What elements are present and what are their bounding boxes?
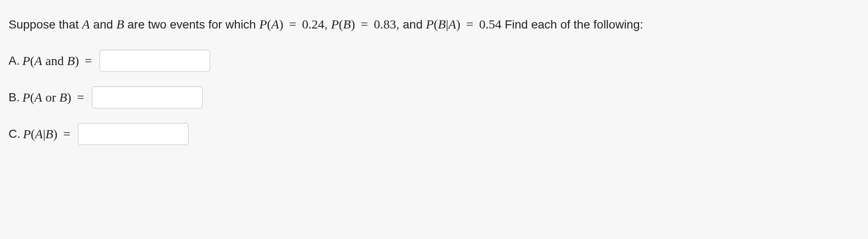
part-letter: C. xyxy=(9,127,20,141)
part-c-row: C. P(A|B) = xyxy=(9,123,859,145)
answer-input-a[interactable] xyxy=(100,50,210,72)
p-a-given-b: P(A|B) = xyxy=(23,127,73,141)
var-A: A xyxy=(82,17,90,31)
part-b-label: B. P(A or B) = xyxy=(9,90,87,105)
part-c-label: C. P(A|B) = xyxy=(9,127,73,141)
var-B: B xyxy=(116,17,124,31)
part-letter: B. xyxy=(9,91,20,104)
part-a-label: A. P(A and B) = xyxy=(9,54,94,68)
intro-text: Find each of the following: xyxy=(501,18,643,31)
p-of-b: P(B) = 0.83 xyxy=(331,17,396,31)
p-a-or-b: P(A or B) = xyxy=(22,90,86,105)
p-a-and-b: P(A and B) = xyxy=(22,54,94,68)
intro-text: and xyxy=(90,18,116,31)
answer-input-c[interactable] xyxy=(78,123,188,145)
intro-text: , xyxy=(324,18,331,31)
part-b-row: B. P(A or B) = xyxy=(9,86,859,108)
answer-input-b[interactable] xyxy=(92,86,203,108)
intro-text: Suppose that xyxy=(9,18,82,31)
intro-text: are two events for which xyxy=(124,18,259,31)
p-b-given-a: P(B|A) = 0.54 xyxy=(426,17,501,31)
intro-text: , and xyxy=(396,18,426,31)
part-a-row: A. P(A and B) = xyxy=(9,50,859,72)
part-letter: A. xyxy=(9,54,20,68)
question-intro: Suppose that A and B are two events for … xyxy=(9,14,859,34)
p-of-a: P(A) = 0.24 xyxy=(259,17,324,31)
